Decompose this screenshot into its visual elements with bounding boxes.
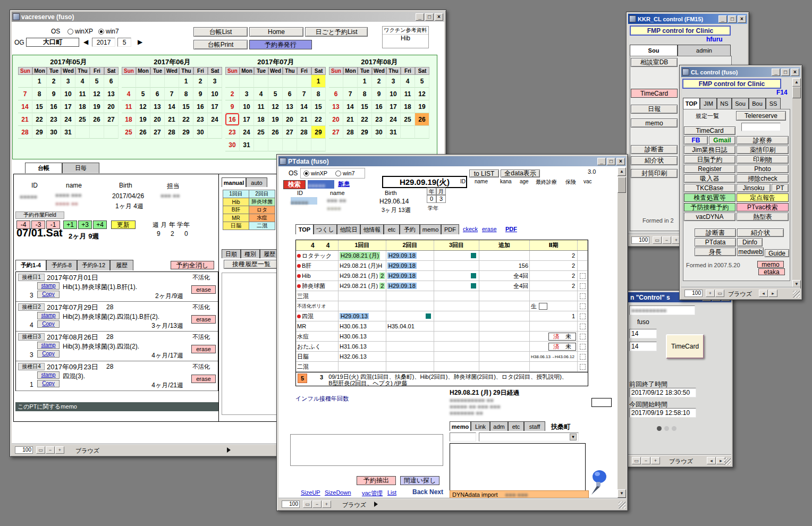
calendar-day[interactable]: 20 — [150, 113, 165, 126]
vaccine-cell[interactable] — [578, 240, 588, 250]
year-field[interactable]: 2017 — [92, 38, 115, 47]
influenza-box[interactable] — [290, 434, 443, 466]
calendar-day[interactable]: 17 — [240, 113, 254, 126]
pdf-link[interactable]: PDF — [505, 226, 517, 232]
calendar-day[interactable]: 12 — [268, 100, 283, 113]
daicho-print-button[interactable]: 台帳Print — [193, 40, 248, 49]
soji-check-button[interactable]: 掃除check — [737, 174, 789, 183]
yobo-sesshu-button[interactable]: 予防接種予約 — [684, 203, 735, 211]
kyunyuki-button[interactable]: 吸入器 — [684, 174, 735, 183]
vaccine-cell[interactable] — [578, 332, 588, 341]
close-button[interactable]: × — [616, 158, 625, 165]
vaccine-name[interactable]: ロタテック — [296, 251, 339, 260]
chevron-down-icon[interactable]: ▼ — [570, 434, 577, 440]
calendar-day[interactable]: 31 — [240, 139, 254, 151]
telereserve-field[interactable] — [741, 123, 781, 131]
tab-tain[interactable]: 他院日 — [337, 224, 360, 234]
tab-res5-8[interactable]: 予約5-8 — [46, 260, 77, 270]
vaccine-cell[interactable] — [530, 362, 578, 371]
memo-tab-link[interactable]: Link — [471, 421, 490, 431]
vaccine-name[interactable]: 水痘 — [296, 332, 339, 341]
calendar-day[interactable]: 22 — [311, 113, 326, 126]
vaccine-cell[interactable]: H31.06.13 — [339, 342, 386, 351]
os-win7-radio[interactable] — [335, 171, 341, 176]
mode-selector[interactable]: ブラウズ — [669, 457, 693, 465]
vaccine-ref-value[interactable]: Hib — [383, 35, 428, 42]
titlebar-kkr[interactable]: KKR_CL control (FM15) _□× — [628, 14, 747, 24]
to-list-button[interactable]: to LIST — [469, 169, 499, 177]
zoom-out-icon[interactable]: − — [641, 457, 650, 464]
calendar-day[interactable]: 27 — [329, 126, 343, 139]
record-date[interactable]: 2017年09月23日 — [47, 362, 98, 372]
update-button[interactable]: 更新 — [111, 220, 136, 229]
scrollbar-thumb[interactable] — [792, 87, 801, 98]
tab-memo[interactable]: memo — [420, 224, 441, 234]
vaccine-cell[interactable]: 156 — [479, 261, 530, 270]
minimize-button[interactable]: _ — [772, 69, 780, 76]
calendar-day[interactable]: 29 — [179, 126, 193, 139]
sizeup-link[interactable]: SizeUP — [301, 489, 320, 496]
layout-icon[interactable]: ▭ — [653, 236, 662, 244]
vaccine-cell[interactable]: H29.09.18 — [386, 281, 434, 291]
history-list-button[interactable]: 接種履歴一覧 — [224, 260, 279, 269]
calendar-day[interactable]: 17 — [61, 100, 75, 113]
vacdyna-button[interactable]: vacDYNA — [684, 213, 735, 221]
tab-yoyaku[interactable]: 予約 — [400, 224, 420, 234]
vaccine-cell[interactable] — [434, 321, 479, 331]
memo-tab-adm[interactable]: adm — [490, 421, 508, 431]
zoom-level[interactable]: 100 — [684, 290, 703, 297]
calendar-day[interactable]: 28 — [343, 126, 358, 139]
scrollbar-track[interactable] — [618, 176, 626, 489]
plus4-button[interactable]: +4 — [93, 220, 107, 229]
grid-cell-hib[interactable]: Hib — [223, 198, 249, 206]
vaccine-name[interactable]: おたふく — [296, 342, 339, 351]
layout-icon[interactable]: ▭ — [303, 500, 312, 508]
zoom-in-icon[interactable]: + — [651, 457, 660, 464]
calendar-day[interactable]: 14 — [165, 100, 179, 113]
calendar-day[interactable]: 11 — [254, 100, 268, 113]
calendar-day[interactable]: 27 — [283, 126, 297, 139]
guide-button[interactable]: Guide — [765, 249, 789, 257]
subtab-niju[interactable]: 日順 — [222, 249, 241, 258]
vaccine-cell[interactable] — [578, 352, 588, 361]
zoom-out-icon[interactable]: − — [46, 446, 55, 454]
calendar-day[interactable]: 3 — [386, 75, 401, 88]
calendar-day[interactable]: 9 — [193, 88, 208, 100]
copy-button[interactable]: Copy — [37, 320, 60, 328]
tanto-redacted[interactable]: ●●● ●● — [160, 192, 180, 199]
scroll-down-icon[interactable]: ▼ — [618, 489, 626, 498]
minimize-button[interactable]: _ — [718, 15, 727, 23]
yakujo-print-button[interactable]: 薬情印刷 — [737, 146, 789, 154]
vaccine-cell[interactable] — [530, 321, 578, 331]
vaccine-cell[interactable] — [578, 261, 588, 270]
daily-list-button[interactable]: 日ごと予約List — [305, 27, 368, 37]
zoom-out-icon[interactable]: − — [312, 500, 322, 508]
close-button[interactable]: × — [738, 15, 746, 23]
vaccine-cell[interactable]: H29.08.21 (月)2 — [339, 281, 386, 291]
mode-selector[interactable]: ブラウズ — [75, 447, 99, 455]
pt-name-redacted[interactable]: ●●● ●● — [327, 197, 346, 203]
mode-selector[interactable]: ブラウズ — [342, 501, 366, 509]
vaccine-cell[interactable]: H29.09.18 — [386, 261, 434, 270]
timecard-button[interactable]: TimeCard — [631, 89, 678, 98]
vaccine-cell[interactable] — [339, 362, 386, 371]
vaccine-cell[interactable]: H30.06.13 — [339, 321, 386, 331]
tab-ns[interactable]: NS — [717, 98, 732, 109]
tab-jim[interactable]: JIM — [700, 98, 717, 109]
tab-res1-4[interactable]: 予約1-4 — [15, 260, 46, 270]
calendar-day[interactable]: 9 — [225, 100, 240, 113]
summary-text[interactable]: 09/19日(火) 四混(1回目、扶桑町)、Hib(2回目)、肺炎球菌(2回目)… — [328, 374, 568, 386]
memo-tab-etc[interactable]: etc — [508, 421, 524, 431]
shincho-button[interactable]: 身長 — [695, 248, 736, 256]
zoom-out-icon[interactable]: − — [662, 236, 671, 244]
vaccine-cell[interactable] — [434, 261, 479, 270]
scroll-up-icon[interactable]: ▲ — [792, 78, 801, 87]
grid-cell-bkan[interactable]: B肝 — [223, 206, 249, 214]
year-value[interactable]: 0 — [427, 195, 436, 203]
daicho-list-button[interactable]: 台帳List — [193, 27, 248, 37]
layout-icon[interactable]: ▭ — [715, 290, 724, 297]
grid-cell-pneumo[interactable]: 肺炎球菌 — [249, 198, 275, 206]
tab-sou[interactable]: Sou — [732, 98, 749, 109]
erase-button[interactable]: erase — [191, 345, 216, 353]
vaccine-cell[interactable] — [479, 362, 530, 371]
